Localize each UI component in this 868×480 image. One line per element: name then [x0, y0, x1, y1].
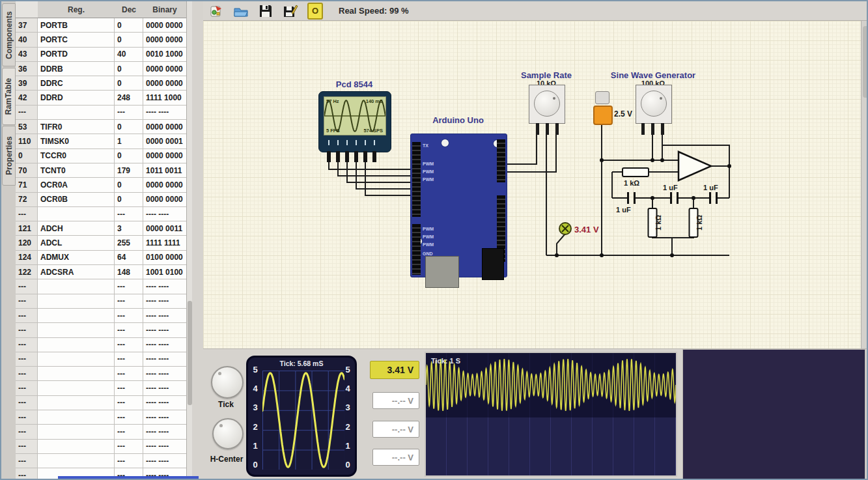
table-row[interactable]: 0 TCCR0 0 0000 0000 [16, 149, 186, 163]
canvas-scrollbar-thumb[interactable] [863, 26, 868, 98]
mounting-hole [441, 139, 449, 147]
power-icon[interactable]: O [307, 3, 323, 19]
lcd-fps-readout: 5 FPS [326, 128, 340, 134]
scope-ytick: 2 [250, 423, 260, 432]
open-icon[interactable] [233, 3, 249, 19]
sine-generator-potentiometer[interactable] [636, 85, 672, 124]
header-binary: Binary [143, 1, 186, 18]
circuit-icon[interactable] [208, 3, 224, 19]
scope-ytick: 5 [250, 365, 260, 374]
pcd8544-lcd[interactable]: 57 Hz 140 mS 5 FPS 574 SPS [318, 91, 391, 152]
scope-yaxis-right: 5 43210 [343, 365, 353, 470]
table-row[interactable]: --- --- ---- ---- [16, 323, 186, 337]
pin-header-right-upper[interactable] [497, 139, 505, 182]
scope-ytick: 0 [250, 460, 260, 470]
table-row[interactable]: --- --- ---- ---- [16, 440, 186, 454]
h-center-knob-label: H-Center [203, 455, 250, 464]
table-row[interactable]: 71 OCR0A 0 0000 0000 [16, 178, 186, 192]
table-row[interactable]: 39 DDRC 0 0000 0000 [16, 76, 186, 91]
table-row[interactable]: 110 TIMSK0 1 0000 0001 [16, 134, 186, 148]
save-icon[interactable] [258, 3, 273, 19]
pin-label-pwm: PWM [423, 233, 434, 240]
lcd-period-readout: 140 mS [366, 98, 383, 104]
sample-rate-knob[interactable] [534, 91, 560, 117]
table-row[interactable]: --- --- ---- ---- [16, 338, 186, 352]
vsource-toggle[interactable] [595, 91, 609, 104]
table-row[interactable]: 43 PORTD 40 0010 1000 [16, 48, 186, 62]
table-row[interactable]: --- --- ---- ---- [16, 396, 186, 410]
vsource-2v5[interactable] [593, 106, 613, 125]
arduino-title: Arduino Uno [410, 115, 506, 125]
scope-ytick: 3 [343, 403, 353, 412]
save-icon-glyph [259, 4, 273, 18]
table-row[interactable]: 124 ADMUX 64 0100 0000 [16, 251, 186, 265]
table-row[interactable]: 42 DDRD 248 1111 1000 [16, 91, 186, 105]
pot-leg [651, 123, 654, 135]
scope-ytick: 5 [343, 365, 353, 374]
table-row[interactable]: --- --- ---- ---- [16, 207, 186, 221]
pin-header-left-lower[interactable] [412, 224, 421, 275]
table-row[interactable]: 36 DDRB 0 0000 0000 [16, 62, 186, 76]
side-tabstrip: Components RamTable Properties [1, 1, 16, 480]
table-row[interactable]: --- --- ---- ---- [16, 279, 186, 294]
arduino-uno-board[interactable]: TX PWM PWM PWM PWM PWM PWM GND [410, 134, 507, 277]
pin-label-pwm: PWM [423, 176, 434, 183]
table-row[interactable]: --- --- ---- ---- [16, 454, 186, 468]
power-jack [482, 248, 504, 280]
pin-label-pwm: PWM [423, 168, 434, 175]
pot-leg [641, 123, 645, 135]
canvas-scrollbar[interactable] [861, 21, 868, 348]
table-row[interactable]: --- --- ---- ---- [16, 381, 186, 395]
plotter-tick-readout: Tick: 1 S [431, 357, 460, 365]
table-row[interactable]: --- --- ---- ---- [16, 352, 186, 367]
table-row[interactable]: --- --- ---- ---- [16, 410, 186, 425]
table-body: 37 PORTB 0 0000 0000 40 PORTC 0 0000 000… [16, 18, 186, 480]
table-scrollbar-thumb[interactable] [188, 301, 192, 405]
app-window: Components RamTable Properties Reg. Dec … [0, 0, 868, 480]
sample-rate-title: Sample Rate [514, 70, 579, 80]
table-row[interactable]: --- --- ---- ---- [16, 309, 186, 323]
pin-header-left-upper[interactable] [412, 142, 421, 217]
tab-ramtable[interactable]: RamTable [2, 68, 16, 125]
table-row[interactable]: 53 TIFR0 0 0000 0000 [16, 120, 186, 134]
save-as-icon[interactable] [283, 3, 298, 19]
pin-label-pwm: PWM [423, 160, 434, 167]
tab-properties[interactable]: Properties [2, 126, 16, 186]
table-row[interactable]: --- --- ---- ---- [16, 425, 186, 439]
scope-ytick: 4 [343, 384, 353, 393]
table-row[interactable]: 37 PORTB 0 0000 0000 [16, 18, 186, 33]
table-row[interactable]: --- --- ---- ---- [16, 367, 186, 381]
sample-rate-potentiometer[interactable] [529, 85, 565, 124]
lcd-pin [327, 151, 331, 162]
table-row[interactable]: 72 OCR0B 0 0000 0000 [16, 193, 186, 207]
table-row[interactable]: 40 PORTC 0 0000 0000 [16, 33, 186, 47]
voltmeter-ch1: 3.41 V [370, 361, 419, 379]
scope-plot-area [262, 371, 344, 470]
pot-leg [555, 123, 559, 135]
tab-components-label: Components [5, 11, 14, 59]
tab-components[interactable]: Components [2, 3, 16, 66]
h-center-knob[interactable] [212, 418, 244, 449]
table-row[interactable]: --- --- ---- ---- [16, 294, 186, 309]
sine-generator-knob[interactable] [641, 91, 667, 117]
tick-knob-label: Tick [208, 400, 244, 409]
main-toolbar: O Real Speed: 99 % [203, 1, 868, 21]
header-addr [16, 1, 38, 18]
pot-leg [546, 123, 549, 135]
lcd-screen: 57 Hz 140 mS 5 FPS 574 SPS [324, 96, 386, 135]
serial-display-panel [682, 349, 865, 479]
table-row[interactable]: 120 ADCL 255 1111 1111 [16, 236, 186, 250]
tick-knob[interactable] [211, 366, 244, 399]
table-row[interactable]: 122 ADCSRA 148 1001 0100 [16, 265, 186, 279]
scope-ytick: 0 [343, 460, 353, 470]
table-row[interactable]: 70 TCNT0 179 1011 0011 [16, 163, 186, 178]
table-row[interactable]: 121 ADCH 3 0000 0011 [16, 221, 186, 236]
lcd-freq-readout: 57 Hz [326, 98, 339, 104]
vsource-label: 2.5 V [614, 109, 632, 119]
tab-ramtable-label: RamTable [5, 78, 14, 115]
scope-ytick: 1 [250, 442, 260, 451]
pot-leg [661, 123, 664, 135]
ram-table: Reg. Dec Binary 37 PORTB 0 0000 0000 40 … [16, 1, 186, 480]
lcd-pin [372, 151, 376, 162]
table-row[interactable]: --- --- ---- ---- [16, 106, 186, 120]
